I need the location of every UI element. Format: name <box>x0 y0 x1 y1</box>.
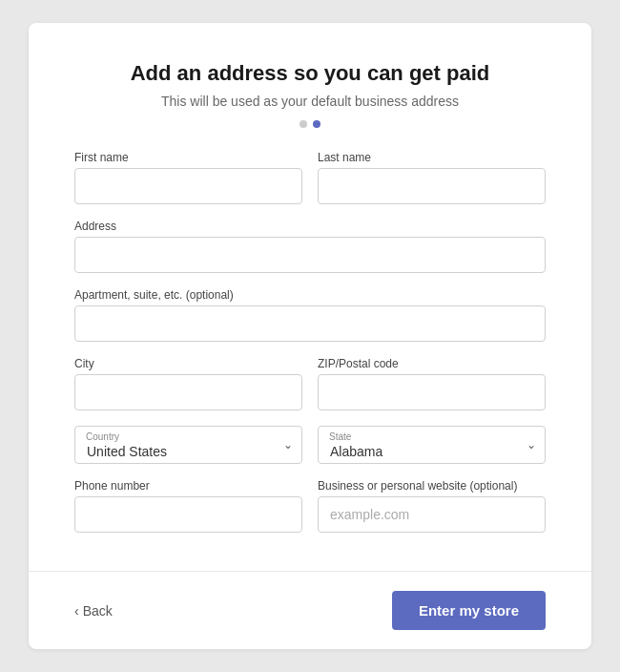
country-select[interactable]: United States Canada United Kingdom <box>74 426 302 464</box>
phone-label: Phone number <box>74 479 302 493</box>
name-row: First name Last name <box>74 151 546 204</box>
state-select[interactable]: Alabama Alaska Arizona California New Yo… <box>318 426 546 464</box>
back-label: Back <box>83 603 113 619</box>
apartment-input[interactable] <box>74 305 546 342</box>
first-name-label: First name <box>74 151 302 164</box>
enter-store-label: Enter my store <box>419 602 519 619</box>
step-dots <box>74 120 546 128</box>
zip-input[interactable] <box>318 374 546 410</box>
form-footer: ‹ Back Enter my store <box>29 571 591 649</box>
back-chevron-icon: ‹ <box>74 603 79 619</box>
state-group: State Alabama Alaska Arizona California … <box>318 426 546 464</box>
first-name-input[interactable] <box>74 168 302 204</box>
address-label: Address <box>74 220 546 233</box>
website-group: Business or personal website (optional) <box>318 479 546 533</box>
website-input[interactable] <box>318 496 546 533</box>
phone-input[interactable] <box>74 496 302 533</box>
city-zip-row: City ZIP/Postal code <box>74 357 546 410</box>
enter-store-button[interactable]: Enter my store <box>392 591 546 630</box>
last-name-input[interactable] <box>318 168 546 204</box>
zip-group: ZIP/Postal code <box>318 357 546 410</box>
apartment-group: Apartment, suite, etc. (optional) <box>74 288 546 342</box>
page-subtitle: This will be used as your default busine… <box>74 94 546 109</box>
city-label: City <box>74 357 302 370</box>
city-group: City <box>74 357 302 410</box>
country-select-wrapper: Country United States Canada United King… <box>74 426 302 464</box>
address-row: Address <box>74 220 546 273</box>
address-group: Address <box>74 220 546 273</box>
apartment-label: Apartment, suite, etc. (optional) <box>74 288 546 302</box>
main-card: Add an address so you can get paid This … <box>29 23 591 649</box>
last-name-label: Last name <box>318 151 546 164</box>
first-name-group: First name <box>74 151 302 204</box>
dot-1 <box>300 120 307 128</box>
back-button[interactable]: ‹ Back <box>74 603 113 619</box>
country-state-row: Country United States Canada United King… <box>74 426 546 464</box>
country-group: Country United States Canada United King… <box>74 426 302 464</box>
phone-group: Phone number <box>74 479 302 533</box>
address-input[interactable] <box>74 237 546 273</box>
city-input[interactable] <box>74 374 302 410</box>
zip-label: ZIP/Postal code <box>318 357 546 370</box>
state-select-wrapper: State Alabama Alaska Arizona California … <box>318 426 546 464</box>
page-header: Add an address so you can get paid This … <box>74 61 546 128</box>
website-label: Business or personal website (optional) <box>318 479 546 493</box>
last-name-group: Last name <box>318 151 546 204</box>
form-body: First name Last name Address Apartment, … <box>74 151 546 571</box>
page-title: Add an address so you can get paid <box>74 61 546 86</box>
dot-2 <box>313 120 320 128</box>
phone-website-row: Phone number Business or personal websit… <box>74 479 546 533</box>
apartment-row: Apartment, suite, etc. (optional) <box>74 288 546 342</box>
